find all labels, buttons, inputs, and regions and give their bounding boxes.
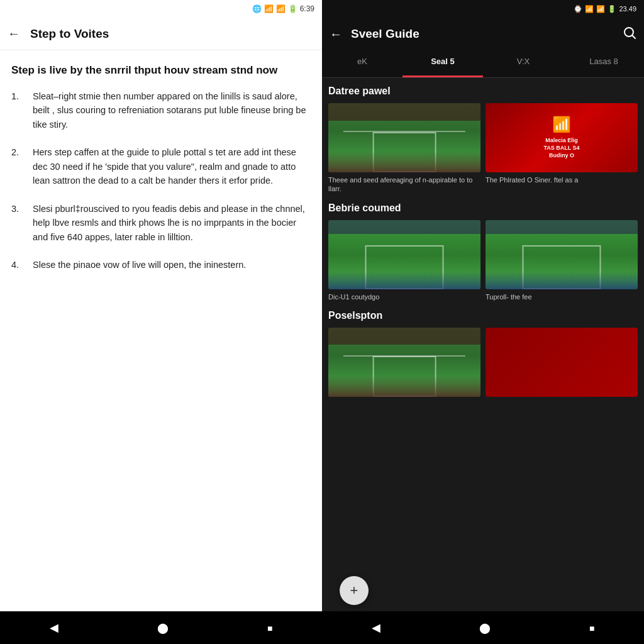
battery-icon: 🔋 [288, 4, 297, 13]
step-text: Slesi pburl‡rouscived to ryou feadis deb… [33, 202, 311, 244]
section-divider-2: Bebrie coumed [328, 203, 638, 214]
left-status-bar: 🌐 📶 📶 🔋 6:39 [0, 0, 322, 18]
video-card-6[interactable] [486, 328, 638, 397]
video-card-5[interactable] [328, 328, 480, 397]
list-item: Hers step caffen at the guide to plule p… [11, 145, 311, 187]
right-toolbar: ← Sveel Guide [322, 18, 644, 50]
right-signal-icon: 📶 [596, 5, 605, 13]
right-watch-icon: ⌚ [574, 5, 582, 13]
section-title-2: Bebrie coumed [328, 203, 638, 214]
red-line2: TAS BALL S4 [543, 145, 579, 152]
video-card-2[interactable]: 📶 Malecia Elig TAS BALL S4 Budiny O The … [486, 103, 638, 194]
right-toolbar-left: ← Sveel Guide [330, 27, 419, 42]
red-card-text: Malecia Elig TAS BALL S4 Budiny O [543, 137, 579, 159]
red-line3: Budiny O [543, 152, 579, 160]
globe-icon: 🌐 [252, 4, 262, 13]
signal-icon: 📶 [276, 4, 286, 13]
section-title-1: Datree pawel [328, 86, 638, 97]
left-status-icons: 🌐 📶 📶 🔋 6:39 [252, 4, 314, 13]
step-text: Hers step caffen at the guide to plule p… [33, 145, 311, 187]
video-grid-1: Theee and seed afereaging of n-appirable… [328, 103, 638, 194]
crowd-top-3 [328, 328, 480, 345]
wifi-large-icon: 📶 [552, 116, 571, 133]
video-grid-3 [328, 328, 638, 397]
dark-red-thumb [486, 328, 638, 397]
right-nav-home-icon[interactable] [479, 621, 491, 635]
list-item: Slese the pinaoe vow of live will open, … [11, 258, 311, 272]
right-back-button[interactable]: ← [330, 27, 342, 42]
left-steps-list: Sleat–right stmie then number appared on… [11, 89, 311, 272]
step-text: Sleat–right stmie then number appared on… [33, 89, 311, 131]
video-thumb-5 [328, 328, 480, 397]
soccer-field-graphic-2 [328, 220, 480, 289]
tab-vx[interactable]: V:X [483, 50, 564, 77]
step-text: Slese the pinaoe vow of live will open, … [33, 258, 246, 272]
crowd-top [328, 103, 480, 121]
section-divider-3: Poselspton [328, 310, 638, 321]
soccer-field-graphic [328, 103, 480, 172]
right-nav-bar [322, 611, 644, 644]
right-time: 23.49 [619, 5, 636, 13]
soccer-field-graphic-4 [328, 328, 480, 397]
video-caption-4: Tuproll- the fee [486, 292, 638, 301]
right-panel: ⌚ 📶 📶 🔋 23.49 ← Sveel Guide eK Seal 5 V:… [322, 0, 644, 644]
right-nav-square-icon[interactable] [589, 621, 594, 635]
right-wifi-icon: 📶 [585, 5, 594, 13]
video-thumb-4 [486, 220, 638, 289]
crowd-blue [328, 272, 480, 289]
fab-button[interactable]: + [340, 576, 369, 605]
video-caption-1: Theee and seed afereaging of n-appirable… [328, 175, 480, 194]
red-line1: Malecia Elig [543, 137, 579, 145]
soccer-field-graphic-3 [486, 220, 638, 289]
search-icon [623, 26, 636, 40]
section-title-3: Poselspton [328, 310, 638, 321]
crowd-overlay-2 [328, 376, 480, 397]
left-time: 6:39 [300, 4, 314, 13]
right-search-button[interactable] [623, 26, 636, 43]
left-page-title: Step to Voites [30, 27, 109, 41]
right-battery-icon: 🔋 [608, 5, 616, 13]
wifi-icon: 📶 [264, 4, 274, 13]
left-nav-bar [0, 611, 322, 644]
left-panel: 🌐 📶 📶 🔋 6:39 ← Step to Voites Step is li… [0, 0, 322, 644]
crowd-top-dark [328, 220, 480, 234]
video-caption-3: Dic-U1 coutydgo [328, 292, 480, 301]
left-nav-square-icon[interactable] [267, 621, 272, 635]
left-nav-back-icon[interactable] [50, 621, 58, 635]
video-thumb-1 [328, 103, 480, 172]
red-card-graphic: 📶 Malecia Elig TAS BALL S4 Budiny O [486, 103, 638, 172]
left-back-button[interactable]: ← [8, 26, 20, 41]
video-card-4[interactable]: Tuproll- the fee [486, 220, 638, 301]
video-card-3[interactable]: Dic-U1 coutydgo [328, 220, 480, 301]
tab-seal5[interactable]: Seal 5 [402, 50, 483, 77]
right-content: Datree pawel Theee and seed afereaging o… [322, 78, 644, 611]
fab-container: + [340, 576, 369, 605]
crowd-overlay [328, 152, 480, 172]
video-caption-2: The Phlrated O Siner. ftel as a [486, 175, 638, 184]
right-status-bar: ⌚ 📶 📶 🔋 23.49 [322, 0, 644, 18]
list-item: Slesi pburl‡rouscived to ryou feadis deb… [11, 202, 311, 244]
left-nav-home-icon[interactable] [157, 621, 169, 635]
tab-ek[interactable]: eK [322, 50, 402, 77]
tabs-bar: eK Seal 5 V:X Lasas 8 [322, 50, 644, 78]
right-page-title: Sveel Guide [351, 27, 419, 41]
video-thumb-3 [328, 220, 480, 289]
svg-line-1 [633, 35, 636, 38]
video-thumb-6 [486, 328, 638, 397]
list-item: Sleat–right stmie then number appared on… [11, 89, 311, 131]
video-grid-2: Dic-U1 coutydgo Tuproll- the fee [328, 220, 638, 301]
crowd-top-dark-2 [486, 220, 638, 234]
left-content: Step is live by the snrril thput houv st… [0, 50, 322, 611]
left-heading: Step is live by the snrril thput houv st… [11, 63, 311, 78]
right-nav-back-icon[interactable] [372, 621, 380, 635]
crowd-blue-2 [486, 272, 638, 289]
tab-lasas[interactable]: Lasas 8 [564, 50, 644, 77]
video-thumb-2: 📶 Malecia Elig TAS BALL S4 Budiny O [486, 103, 638, 172]
video-card-1[interactable]: Theee and seed afereaging of n-appirable… [328, 103, 480, 194]
left-toolbar: ← Step to Voites [0, 18, 322, 50]
